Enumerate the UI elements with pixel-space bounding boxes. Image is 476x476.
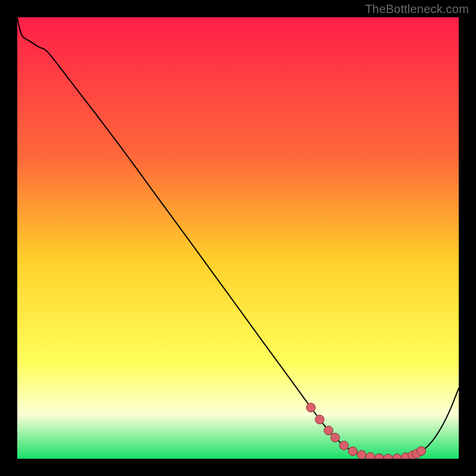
data-marker — [331, 433, 340, 442]
plot-area — [17, 17, 459, 459]
chart-frame: TheBottleneck.com — [0, 0, 476, 476]
data-marker — [366, 453, 375, 459]
data-marker — [315, 415, 324, 424]
data-marker — [357, 450, 366, 459]
data-marker — [416, 447, 425, 456]
watermark-text: TheBottleneck.com — [365, 2, 469, 16]
data-marker — [340, 441, 349, 450]
data-marker — [324, 426, 333, 435]
gradient-background — [17, 17, 459, 459]
chart-svg — [17, 17, 459, 459]
data-marker — [306, 403, 315, 412]
data-marker — [348, 447, 357, 456]
